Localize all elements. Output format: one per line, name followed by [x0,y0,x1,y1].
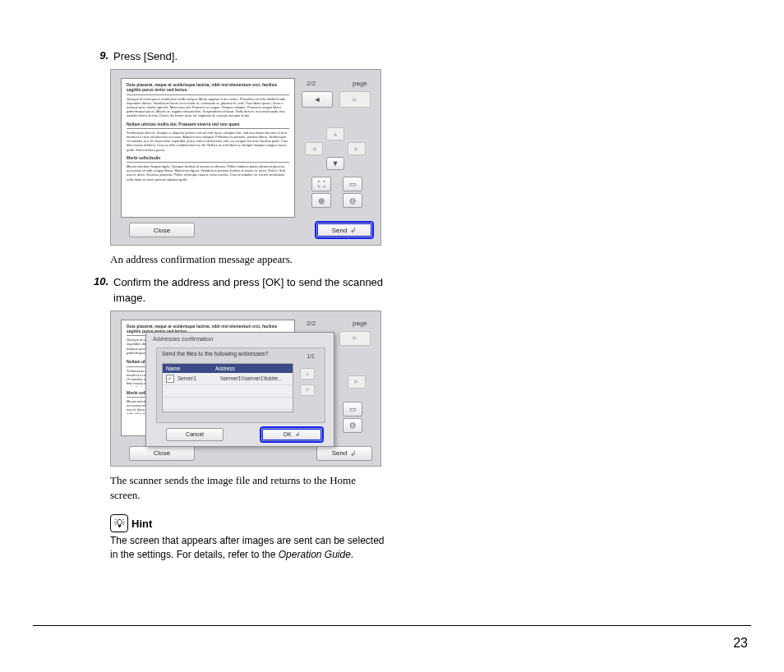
next-page-button[interactable]: ► [339,331,371,346]
pan-right-button[interactable]: ► [348,375,366,389]
page-indicator: 2/2 [307,80,316,87]
pan-up-button[interactable]: ▲ [326,127,344,140]
enter-icon: ↲ [295,430,301,438]
checkbox-checked-icon[interactable]: ✓ [166,375,174,383]
zoom-in-icon[interactable]: ⊕ [311,193,331,208]
row-address: \\server1\\\server1\folder... [220,375,289,381]
table-header-address: Address [215,366,235,371]
close-button[interactable]: Close [129,223,195,237]
send-label: Send [332,227,348,234]
scroll-down-button[interactable]: ▼ [300,384,315,396]
step-text: Confirm the address and press [OK] to se… [113,275,386,305]
send-label: Send [332,449,348,457]
document-preview: Duis placerat, neque at scelerisque laci… [121,78,295,218]
prev-page-button[interactable]: ◄ [302,91,333,108]
send-button[interactable]: Send ↲ [316,446,372,461]
ok-label: OK [283,431,291,437]
table-header-name: Name [166,366,215,371]
step-text: Press [Send]. [113,49,386,64]
page-label: page [353,320,367,327]
next-page-button[interactable]: ► [339,91,371,108]
zoom-out-icon[interactable]: ⊖ [343,418,362,433]
row-name: Server1 [178,375,217,381]
table-row [163,398,293,410]
lorem-p: Quisque id amet ipsum vestibulum mollis … [127,97,289,118]
step-result-text: An address confirmation message appears. [110,252,386,267]
hint-icon: 💡︎ [110,514,128,532]
close-button[interactable]: Close [129,446,195,461]
footer-rule [33,625,751,626]
scroll-up-button[interactable]: ▲ [300,368,315,380]
step-result-text: The scanner sends the image file and ret… [110,473,386,503]
step-number: 10. [90,275,108,288]
hint-text: The screen that appears after images are… [110,534,390,562]
dialog-question: Send the files to the following addresse… [157,348,325,359]
hint-label: Hint [131,518,152,530]
table-row[interactable]: ✓ Server1 \\server1\\\server1\folder... [163,373,293,385]
dialog-title: Addresses confirmation [146,333,334,345]
lorem-heading: Nullam ultrices mollis dui. Praesent viv… [127,122,289,127]
step-number: 9. [90,49,108,62]
lorem-p: Scelerisque ultrices. Suspen a. aliquam … [127,131,289,152]
fit-page-icon[interactable]: ▭ [343,402,362,417]
page-number: 23 [733,636,748,651]
address-table: Name Address ✓ Server1 \\server1\\\serve… [162,363,293,412]
pan-left-button[interactable]: ◄ [305,142,323,155]
table-row [163,385,293,398]
page-label: page [353,80,367,87]
page-indicator: 2/2 [307,320,316,327]
fit-width-icon[interactable]: ⛶ [311,177,331,191]
enter-icon: ↲ [350,449,357,458]
address-confirmation-dialog: Addresses confirmation Send the files to… [145,332,334,447]
screenshot-address-confirm: Duis placerat, neque at scelerisque laci… [110,311,381,467]
ok-button[interactable]: OK ↲ [261,428,322,441]
lorem-p: Mauris interdum fringue ligula. Quisque … [127,164,289,182]
send-button[interactable]: Send ↲ [316,223,372,237]
lorem-heading: Morbi sollicitudin [127,155,289,160]
pan-right-button[interactable]: ► [348,142,366,155]
screenshot-send-preview: Duis placerat, neque at scelerisque laci… [110,69,381,246]
fit-page-icon[interactable]: ▭ [343,177,362,191]
pan-down-button[interactable]: ▼ [326,157,344,170]
dialog-page-indicator: 1/1 [307,353,315,359]
enter-icon: ↲ [350,226,357,234]
lorem-heading: Duis placerat, neque at scelerisque laci… [127,82,289,93]
table-row [163,410,293,421]
cancel-button[interactable]: Cancel [166,428,224,441]
zoom-out-icon[interactable]: ⊖ [343,193,362,208]
